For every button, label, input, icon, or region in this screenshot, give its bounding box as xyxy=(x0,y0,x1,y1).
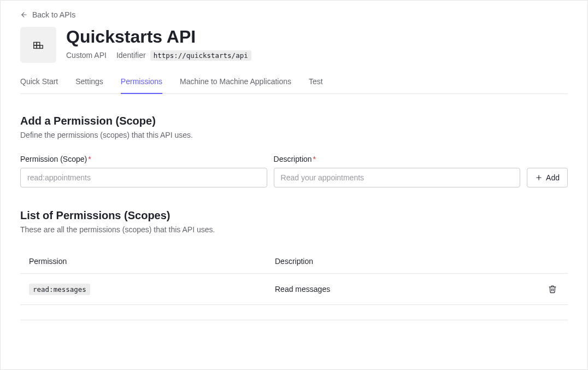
col-header-actions xyxy=(537,257,559,266)
delete-permission-button[interactable] xyxy=(546,283,559,296)
api-identifier-value: https://quickstarts/api xyxy=(150,50,251,61)
description-label-text: Description xyxy=(274,155,312,163)
plus-icon xyxy=(535,174,543,181)
api-header: Quickstarts API Custom API Identifier ht… xyxy=(20,27,568,63)
svg-rect-4 xyxy=(37,42,40,45)
add-permission-button-label: Add xyxy=(546,173,560,182)
add-permission-button[interactable]: Add xyxy=(527,168,568,187)
svg-rect-5 xyxy=(34,42,37,45)
api-header-text: Quickstarts API Custom API Identifier ht… xyxy=(66,27,251,61)
api-icon-box xyxy=(20,27,56,63)
permission-row-description: Read messages xyxy=(275,285,537,293)
svg-rect-3 xyxy=(40,45,43,49)
permissions-list-subtitle: These are all the permissions (scopes) t… xyxy=(20,225,568,234)
col-header-description: Description xyxy=(275,257,537,266)
description-input[interactable] xyxy=(274,168,521,187)
permissions-list-title: List of Permissions (Scopes) xyxy=(20,209,568,222)
arrow-left-icon xyxy=(20,11,28,19)
tab-permissions[interactable]: Permissions xyxy=(121,77,162,93)
tab-test[interactable]: Test xyxy=(309,77,323,93)
tab-quick-start[interactable]: Quick Start xyxy=(20,77,58,93)
permission-row-actions xyxy=(537,283,559,296)
permissions-table: Permission Description read:messages Rea… xyxy=(20,249,568,320)
back-to-apis-label: Back to APIs xyxy=(32,10,75,19)
trash-icon xyxy=(548,285,557,293)
permissions-list-section: List of Permissions (Scopes) These are a… xyxy=(20,209,568,320)
svg-rect-1 xyxy=(34,45,37,49)
svg-rect-2 xyxy=(37,45,40,49)
permissions-table-header: Permission Description xyxy=(20,249,568,274)
add-permission-section: Add a Permission (Scope) Define the perm… xyxy=(20,115,568,187)
permission-scope-label: Permission (Scope)* xyxy=(20,155,267,163)
description-field-wrap: Description* xyxy=(274,155,521,187)
tab-settings[interactable]: Settings xyxy=(75,77,103,93)
required-marker: * xyxy=(313,155,316,163)
api-type-label: Custom API xyxy=(66,51,107,60)
permission-scope-code: read:messages xyxy=(29,284,90,295)
permission-row-name: read:messages xyxy=(29,285,275,293)
description-label: Description* xyxy=(274,155,521,163)
add-permission-subtitle: Define the permissions (scopes) that thi… xyxy=(20,131,568,139)
back-to-apis-link[interactable]: Back to APIs xyxy=(20,10,75,19)
permission-scope-label-text: Permission (Scope) xyxy=(20,155,87,163)
col-header-permission: Permission xyxy=(29,257,275,266)
required-marker: * xyxy=(88,155,91,163)
api-identifier-wrap: Identifier https://quickstarts/api xyxy=(116,50,251,61)
add-permission-title: Add a Permission (Scope) xyxy=(20,115,568,127)
permissions-table-empty-row xyxy=(20,305,568,320)
permission-row: read:messages Read messages xyxy=(20,274,568,305)
page-title: Quickstarts API xyxy=(66,27,251,47)
api-cube-icon xyxy=(32,39,44,51)
api-header-meta: Custom API Identifier https://quickstart… xyxy=(66,50,251,61)
tab-m2m-applications[interactable]: Machine to Machine Applications xyxy=(180,77,291,93)
permission-scope-input[interactable] xyxy=(20,168,267,187)
permission-scope-field-wrap: Permission (Scope)* xyxy=(20,155,267,187)
add-permission-form: Permission (Scope)* Description* Add xyxy=(20,155,568,187)
api-identifier-label: Identifier xyxy=(116,51,146,60)
tabs-bar: Quick Start Settings Permissions Machine… xyxy=(20,77,568,94)
